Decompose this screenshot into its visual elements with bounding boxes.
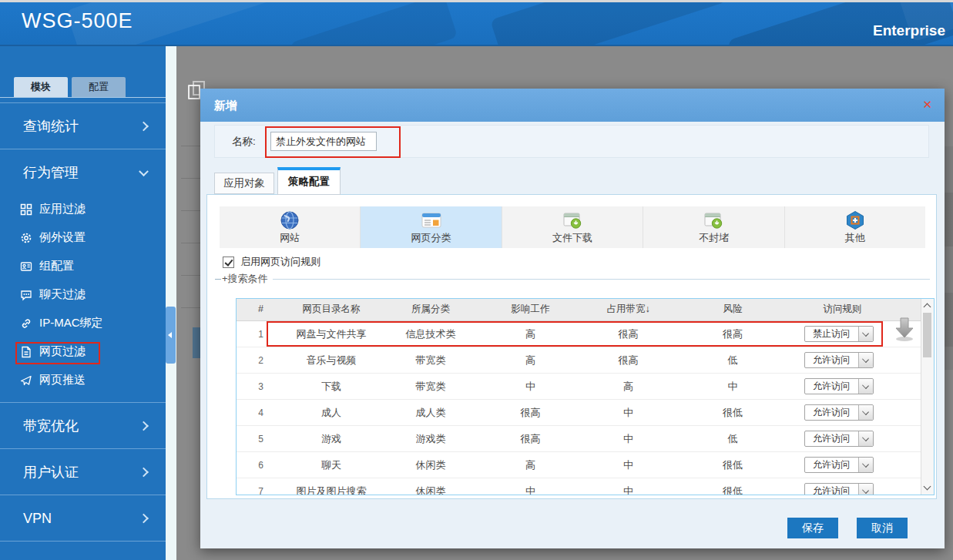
- table-scrollbar[interactable]: [921, 299, 934, 495]
- table-body: 1 网盘与文件共享 信息技术类 高 很高 很高 禁止访问: [237, 321, 934, 495]
- policy-type-tab[interactable]: 不封堵: [643, 206, 784, 248]
- sidebar-section-partial[interactable]: [0, 541, 166, 560]
- chevron-down-icon[interactable]: [858, 379, 873, 394]
- policy-type-tab[interactable]: 其他: [785, 206, 925, 248]
- access-rule-select[interactable]: 允许访问: [804, 457, 874, 473]
- column-header[interactable]: 所属分类: [378, 299, 484, 320]
- row-number: 3: [237, 381, 285, 392]
- chevron-down-icon[interactable]: [858, 327, 873, 341]
- sidebar-subitem-label: 网页推送: [39, 373, 86, 387]
- chevron-icon: [139, 121, 149, 131]
- sidebar-section[interactable]: 带宽优化: [0, 402, 166, 448]
- sidebar-subitem[interactable]: 网页推送: [0, 366, 166, 394]
- cell-work-impact: 高: [484, 354, 577, 367]
- access-rule-select[interactable]: 允许访问: [804, 483, 874, 495]
- policy-type-tab[interactable]: 网页分类: [361, 206, 502, 248]
- cancel-button[interactable]: 取消: [857, 518, 908, 538]
- cell-risk: 中: [680, 380, 786, 394]
- app-header: WSG-500E Enterprise: [0, 0, 953, 46]
- cell-risk: 低: [680, 432, 786, 446]
- table-row[interactable]: 5 游戏 游戏类 很高 中 低 允许访问: [237, 426, 934, 452]
- file-download-icon: [562, 210, 582, 230]
- app-title: WSG-500E: [22, 9, 133, 33]
- table-row[interactable]: 6 聊天 休闲类 高 中 很低 允许访问: [237, 452, 934, 478]
- chevron-down-icon[interactable]: [858, 431, 873, 446]
- policy-type-tab-label: 网站: [280, 231, 300, 245]
- name-panel: 名称:: [214, 125, 929, 158]
- no-block-icon: [703, 210, 723, 230]
- sidebar-subitem[interactable]: 聊天过滤: [0, 280, 166, 309]
- scroll-up-icon[interactable]: [921, 300, 934, 311]
- access-rule-value: 允许访问: [805, 432, 858, 445]
- access-rule-select[interactable]: 允许访问: [804, 378, 874, 394]
- table-row[interactable]: 7 图片及图片搜索 休闲类 中 中 很低 允许访问: [237, 478, 934, 495]
- scroll-thumb[interactable]: [923, 313, 931, 357]
- column-header[interactable]: #: [237, 299, 285, 320]
- cell-parent-category: 成人类: [378, 406, 484, 420]
- table-row[interactable]: 4 成人 成人类 很高 中 很低 允许访问: [237, 400, 934, 426]
- search-dash: [215, 279, 221, 280]
- sidebar-tab[interactable]: 模块: [14, 77, 68, 97]
- column-header[interactable]: 风险: [680, 299, 786, 320]
- cell-risk: 很高: [680, 327, 786, 341]
- sidebar-section[interactable]: 查询统计: [0, 102, 166, 149]
- ipmac-bind-icon: [20, 317, 32, 330]
- cell-bandwidth-usage: 中: [577, 432, 680, 446]
- close-icon[interactable]: ✕: [922, 99, 932, 111]
- cell-work-impact: 很高: [484, 432, 577, 446]
- cell-bandwidth-usage: 很高: [577, 354, 680, 367]
- sidebar-subitem[interactable]: 组配置: [0, 252, 166, 280]
- dialog-tab[interactable]: 策略配置: [277, 167, 341, 195]
- sidebar-collapse-handle[interactable]: [166, 307, 176, 364]
- table-row[interactable]: 2 音乐与视频 带宽类 高 很高 低 允许访问: [237, 347, 934, 374]
- enable-rule-row[interactable]: 启用网页访问规则: [223, 255, 320, 269]
- table-row[interactable]: 1 网盘与文件共享 信息技术类 高 很高 很高 禁止访问: [237, 321, 934, 347]
- policy-type-tab[interactable]: 文件下载: [502, 206, 643, 248]
- sidebar-subitem[interactable]: 例外设置: [0, 223, 166, 252]
- access-rule-select[interactable]: 禁止访问: [804, 326, 874, 342]
- chat-filter-icon: [20, 289, 32, 301]
- name-input[interactable]: [270, 132, 377, 151]
- window-top-strip: [0, 0, 953, 2]
- policy-type-tab-label: 其他: [845, 231, 865, 245]
- column-header[interactable]: 网页目录名称: [285, 299, 378, 320]
- cell-work-impact: 中: [484, 485, 577, 496]
- scroll-down-icon[interactable]: [921, 482, 934, 493]
- sidebar-subitem[interactable]: IP-MAC绑定: [0, 309, 166, 337]
- add-dialog: 新增 ✕ 名称: 应用对象策略配置 网站 网页分类: [200, 89, 945, 548]
- sidebar-tab[interactable]: 配置: [72, 77, 126, 97]
- sidebar-subitem[interactable]: 网页过滤: [0, 337, 166, 366]
- sidebar-section-label: 用户认证: [23, 464, 79, 480]
- column-header[interactable]: 占用带宽↓: [577, 299, 680, 320]
- sidebar-section[interactable]: 行为管理: [0, 149, 166, 195]
- search-condition-toggle[interactable]: +搜索条件: [215, 272, 930, 286]
- chevron-down-icon[interactable]: [858, 484, 873, 495]
- access-rule-select[interactable]: 允许访问: [804, 404, 874, 421]
- sidebar-section[interactable]: VPN: [0, 495, 166, 541]
- search-condition-label: +搜索条件: [222, 272, 268, 286]
- dialog-tab[interactable]: 应用对象: [214, 173, 274, 194]
- chevron-down-icon[interactable]: [858, 405, 873, 420]
- policy-config-panel: 网站 网页分类 文件下载 不封堵 其他: [206, 194, 937, 499]
- chevron-down-icon[interactable]: [858, 458, 873, 472]
- column-header[interactable]: 影响工作: [484, 299, 577, 320]
- save-button[interactable]: 保存: [787, 518, 838, 538]
- policy-type-tab[interactable]: 网站: [220, 206, 361, 248]
- table-row[interactable]: 3 下载 带宽类 中 高 中 允许访问: [237, 374, 934, 400]
- policy-type-strip: 网站 网页分类 文件下载 不封堵 其他: [220, 206, 925, 248]
- exception-icon: [20, 232, 32, 244]
- access-rule-value: 允许访问: [805, 406, 858, 419]
- cell-risk: 很低: [680, 406, 786, 420]
- other-icon: [845, 210, 865, 230]
- access-rule-select[interactable]: 允许访问: [804, 431, 874, 447]
- enable-rule-checkbox[interactable]: [223, 257, 234, 268]
- sidebar-section[interactable]: 用户认证: [0, 448, 166, 495]
- column-header[interactable]: 访问规则: [786, 299, 922, 320]
- chevron-down-icon[interactable]: [858, 353, 873, 367]
- sidebar-section-label: 行为管理: [23, 165, 79, 180]
- sidebar-subitem[interactable]: 应用过滤: [0, 195, 166, 223]
- access-rule-select[interactable]: 允许访问: [804, 352, 874, 368]
- sidebar-sections-bottom: 带宽优化 用户认证 VPN: [0, 402, 166, 541]
- web-push-icon: [20, 374, 32, 387]
- sidebar-sections-top: 查询统计 行为管理: [0, 102, 166, 195]
